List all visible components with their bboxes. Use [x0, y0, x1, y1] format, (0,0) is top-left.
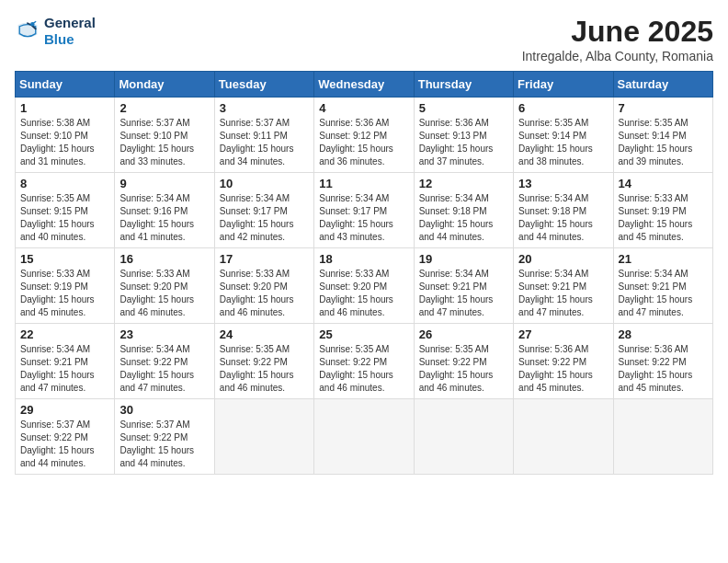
table-row: 20Sunrise: 5:34 AM Sunset: 9:21 PM Dayli… [514, 248, 613, 324]
day-number: 3 [220, 101, 309, 115]
table-row: 16Sunrise: 5:33 AM Sunset: 9:20 PM Dayli… [115, 248, 214, 324]
day-info: Sunrise: 5:36 AM Sunset: 9:22 PM Dayligh… [619, 343, 708, 395]
day-number: 17 [220, 252, 309, 266]
header-monday: Monday [115, 72, 214, 98]
day-info: Sunrise: 5:33 AM Sunset: 9:20 PM Dayligh… [319, 268, 408, 319]
day-info: Sunrise: 5:35 AM Sunset: 9:15 PM Dayligh… [20, 192, 109, 244]
table-row [214, 399, 313, 475]
table-row: 27Sunrise: 5:36 AM Sunset: 9:22 PM Dayli… [514, 324, 613, 399]
table-row: 8Sunrise: 5:35 AM Sunset: 9:15 PM Daylig… [16, 173, 115, 248]
day-number: 11 [319, 177, 408, 190]
day-info: Sunrise: 5:34 AM Sunset: 9:18 PM Dayligh… [518, 192, 608, 244]
day-number: 19 [419, 252, 508, 266]
logo-icon [15, 18, 40, 44]
header-friday: Friday [514, 72, 613, 98]
title-area: June 2025 Intregalde, Alba County, Roman… [522, 15, 713, 63]
month-title: June 2025 [522, 15, 713, 49]
day-info: Sunrise: 5:34 AM Sunset: 9:22 PM Dayligh… [119, 343, 209, 395]
day-info: Sunrise: 5:34 AM Sunset: 9:21 PM Dayligh… [419, 268, 508, 319]
day-number: 10 [220, 177, 309, 190]
day-info: Sunrise: 5:36 AM Sunset: 9:12 PM Dayligh… [319, 117, 408, 168]
table-row: 21Sunrise: 5:34 AM Sunset: 9:21 PM Dayli… [613, 248, 712, 324]
day-number: 8 [20, 177, 109, 190]
header-thursday: Thursday [414, 72, 513, 98]
table-row: 30Sunrise: 5:37 AM Sunset: 9:22 PM Dayli… [115, 399, 214, 475]
day-number: 20 [518, 252, 608, 266]
calendar-week-row: 1Sunrise: 5:38 AM Sunset: 9:10 PM Daylig… [16, 98, 713, 173]
day-number: 6 [518, 101, 608, 115]
table-row: 14Sunrise: 5:33 AM Sunset: 9:19 PM Dayli… [613, 173, 712, 248]
calendar-week-row: 15Sunrise: 5:33 AM Sunset: 9:19 PM Dayli… [16, 248, 713, 324]
day-info: Sunrise: 5:35 AM Sunset: 9:22 PM Dayligh… [220, 343, 309, 395]
day-info: Sunrise: 5:35 AM Sunset: 9:14 PM Dayligh… [619, 117, 708, 168]
day-info: Sunrise: 5:34 AM Sunset: 9:16 PM Dayligh… [119, 192, 209, 244]
table-row: 4Sunrise: 5:36 AM Sunset: 9:12 PM Daylig… [314, 98, 414, 173]
table-row: 2Sunrise: 5:37 AM Sunset: 9:10 PM Daylig… [115, 98, 214, 173]
table-row: 17Sunrise: 5:33 AM Sunset: 9:20 PM Dayli… [214, 248, 313, 324]
table-row: 15Sunrise: 5:33 AM Sunset: 9:19 PM Dayli… [16, 248, 115, 324]
day-number: 5 [419, 101, 508, 115]
table-row: 26Sunrise: 5:35 AM Sunset: 9:22 PM Dayli… [414, 324, 513, 399]
day-info: Sunrise: 5:37 AM Sunset: 9:22 PM Dayligh… [119, 419, 209, 470]
day-info: Sunrise: 5:38 AM Sunset: 9:10 PM Dayligh… [20, 117, 109, 168]
day-info: Sunrise: 5:34 AM Sunset: 9:17 PM Dayligh… [220, 192, 309, 244]
day-number: 16 [119, 252, 209, 266]
day-info: Sunrise: 5:37 AM Sunset: 9:10 PM Dayligh… [119, 117, 209, 168]
day-info: Sunrise: 5:34 AM Sunset: 9:21 PM Dayligh… [619, 268, 708, 319]
day-info: Sunrise: 5:35 AM Sunset: 9:14 PM Dayligh… [518, 117, 608, 168]
day-number: 14 [619, 177, 708, 190]
calendar: Sunday Monday Tuesday Wednesday Thursday… [15, 71, 713, 475]
table-row: 7Sunrise: 5:35 AM Sunset: 9:14 PM Daylig… [613, 98, 712, 173]
calendar-week-row: 29Sunrise: 5:37 AM Sunset: 9:22 PM Dayli… [16, 399, 713, 475]
header-saturday: Saturday [613, 72, 712, 98]
day-number: 7 [619, 101, 708, 115]
day-info: Sunrise: 5:35 AM Sunset: 9:22 PM Dayligh… [319, 343, 408, 395]
logo: General Blue [15, 15, 96, 48]
table-row: 9Sunrise: 5:34 AM Sunset: 9:16 PM Daylig… [115, 173, 214, 248]
day-number: 22 [20, 327, 109, 341]
day-number: 30 [119, 403, 209, 417]
page-header: General Blue June 2025 Intregalde, Alba … [15, 15, 713, 63]
day-info: Sunrise: 5:35 AM Sunset: 9:22 PM Dayligh… [419, 343, 508, 395]
day-info: Sunrise: 5:37 AM Sunset: 9:11 PM Dayligh… [220, 117, 309, 168]
table-row [314, 399, 414, 475]
day-number: 12 [419, 177, 508, 190]
table-row: 10Sunrise: 5:34 AM Sunset: 9:17 PM Dayli… [214, 173, 313, 248]
table-row: 19Sunrise: 5:34 AM Sunset: 9:21 PM Dayli… [414, 248, 513, 324]
location-title: Intregalde, Alba County, Romania [522, 49, 713, 63]
table-row: 1Sunrise: 5:38 AM Sunset: 9:10 PM Daylig… [16, 98, 115, 173]
table-row: 18Sunrise: 5:33 AM Sunset: 9:20 PM Dayli… [314, 248, 414, 324]
calendar-week-row: 8Sunrise: 5:35 AM Sunset: 9:15 PM Daylig… [16, 173, 713, 248]
table-row: 28Sunrise: 5:36 AM Sunset: 9:22 PM Dayli… [613, 324, 712, 399]
day-number: 28 [619, 327, 708, 341]
table-row [613, 399, 712, 475]
table-row: 12Sunrise: 5:34 AM Sunset: 9:18 PM Dayli… [414, 173, 513, 248]
table-row: 25Sunrise: 5:35 AM Sunset: 9:22 PM Dayli… [314, 324, 414, 399]
day-number: 15 [20, 252, 109, 266]
day-number: 26 [419, 327, 508, 341]
day-number: 25 [319, 327, 408, 341]
day-number: 23 [119, 327, 209, 341]
table-row: 5Sunrise: 5:36 AM Sunset: 9:13 PM Daylig… [414, 98, 513, 173]
day-info: Sunrise: 5:34 AM Sunset: 9:18 PM Dayligh… [419, 192, 508, 244]
header-wednesday: Wednesday [314, 72, 414, 98]
day-info: Sunrise: 5:34 AM Sunset: 9:17 PM Dayligh… [319, 192, 408, 244]
header-sunday: Sunday [16, 72, 115, 98]
day-info: Sunrise: 5:33 AM Sunset: 9:19 PM Dayligh… [619, 192, 708, 244]
table-row: 22Sunrise: 5:34 AM Sunset: 9:21 PM Dayli… [16, 324, 115, 399]
day-info: Sunrise: 5:34 AM Sunset: 9:21 PM Dayligh… [20, 343, 109, 395]
day-info: Sunrise: 5:33 AM Sunset: 9:20 PM Dayligh… [119, 268, 209, 319]
day-info: Sunrise: 5:36 AM Sunset: 9:22 PM Dayligh… [518, 343, 608, 395]
day-number: 29 [20, 403, 109, 417]
table-row: 29Sunrise: 5:37 AM Sunset: 9:22 PM Dayli… [16, 399, 115, 475]
table-row: 3Sunrise: 5:37 AM Sunset: 9:11 PM Daylig… [214, 98, 313, 173]
day-number: 1 [20, 101, 109, 115]
day-info: Sunrise: 5:33 AM Sunset: 9:20 PM Dayligh… [220, 268, 309, 319]
calendar-week-row: 22Sunrise: 5:34 AM Sunset: 9:21 PM Dayli… [16, 324, 713, 399]
day-number: 13 [518, 177, 608, 190]
day-number: 4 [319, 101, 408, 115]
day-number: 27 [518, 327, 608, 341]
day-number: 18 [319, 252, 408, 266]
day-number: 2 [119, 101, 209, 115]
table-row [414, 399, 513, 475]
